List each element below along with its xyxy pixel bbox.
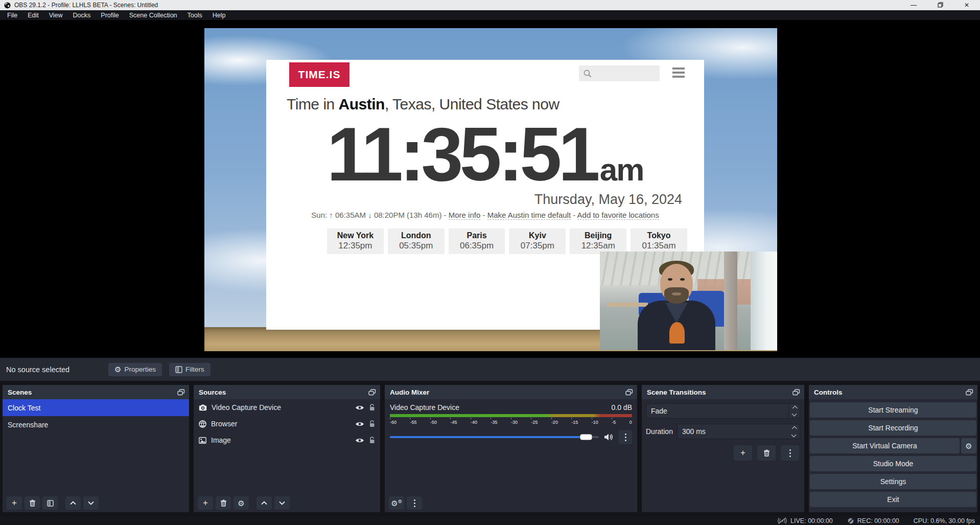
volume-slider[interactable] — [390, 436, 599, 438]
restore-button[interactable] — [936, 2, 944, 9]
hamburger-menu-icon[interactable] — [672, 67, 685, 78]
studio-mode-button[interactable]: Studio Mode — [810, 456, 976, 471]
clock-cell-paris[interactable]: Paris 06:35pm — [449, 229, 505, 254]
add-scene-button[interactable]: + — [7, 496, 22, 510]
visibility-eye-icon[interactable] — [355, 405, 364, 410]
chevron-down-icon — [279, 501, 285, 505]
meter-scale: -60-55-50-45-40-35-30-25-20-15-10-50 — [390, 420, 632, 425]
clock-cell-london[interactable]: London 05:35pm — [388, 229, 445, 254]
menu-scene-collection[interactable]: Scene Collection — [124, 10, 182, 20]
visibility-eye-icon[interactable] — [355, 438, 364, 443]
lock-open-icon[interactable] — [369, 404, 375, 411]
search-input[interactable] — [579, 65, 660, 81]
clock-cell-tokyo[interactable]: Tokyo 01:35am — [631, 229, 687, 254]
move-source-up-button[interactable] — [256, 496, 272, 510]
exit-button[interactable]: Exit — [810, 492, 976, 507]
mixer-body: Video Capture Device 0.0 dB -60-55-50-45… — [385, 399, 637, 494]
remove-source-button[interactable] — [216, 496, 231, 510]
clock-cell-newyork[interactable]: New York 12:35pm — [327, 229, 384, 254]
title-bar: OBS 29.1.2 - Profile: LLHLS BETA - Scene… — [0, 0, 980, 10]
source-list: Video Capture Device Browser — [194, 399, 380, 494]
select-spinner[interactable] — [788, 404, 800, 418]
popout-icon[interactable] — [625, 389, 633, 396]
volume-slider-handle[interactable] — [580, 435, 592, 440]
menu-profile[interactable]: Profile — [96, 10, 124, 20]
advanced-audio-button[interactable]: ⚙⚙ — [389, 496, 404, 510]
add-source-button[interactable]: + — [198, 496, 213, 510]
move-scene-down-button[interactable] — [83, 496, 99, 510]
popout-icon[interactable] — [966, 389, 973, 396]
source-row-video-capture[interactable]: Video Capture Device — [194, 399, 380, 416]
popout-icon[interactable] — [177, 389, 185, 396]
scenes-panel: Scenes Clock Test Screenshare + — [3, 385, 189, 512]
mixer-menu-button[interactable] — [407, 496, 422, 510]
preview-canvas[interactable]: TIME.IS Time in Austin, Texas, United St… — [0, 20, 980, 358]
settings-button[interactable]: Settings — [810, 474, 976, 489]
minimize-button[interactable]: — — [909, 2, 918, 8]
mixer-channel-menu-button[interactable] — [619, 430, 632, 444]
mixer-level-db: 0.0 dB — [612, 403, 632, 412]
current-date: Thursday, May 16, 2024 — [534, 192, 682, 208]
source-row-browser[interactable]: Browser — [194, 416, 380, 432]
source-row-image[interactable]: Image — [194, 432, 380, 448]
page-title: Time in Austin, Texas, United States now — [287, 96, 704, 113]
visibility-eye-icon[interactable] — [355, 421, 364, 427]
menu-view[interactable]: View — [44, 10, 68, 20]
source-properties-button[interactable]: ⚙ — [234, 496, 249, 510]
move-source-down-button[interactable] — [274, 496, 290, 510]
duration-input[interactable]: 300 ms — [677, 424, 800, 439]
filters-button[interactable]: Filters — [169, 363, 211, 376]
more-info-link[interactable]: More info — [449, 211, 481, 220]
add-favorite-link[interactable]: Add to favorite locations — [577, 211, 659, 220]
webcam-overlay — [600, 252, 777, 350]
controls-panel: Controls Start Streaming Start Recording… — [809, 385, 977, 512]
meridiem: am — [600, 152, 644, 187]
start-recording-button[interactable]: Start Recording — [810, 420, 976, 436]
status-bar: LIVE: 00:00:00 REC: 00:00:00 CPU: 0.6%, … — [0, 516, 980, 525]
close-button[interactable]: ✕ — [963, 2, 971, 8]
window-title: OBS 29.1.2 - Profile: LLHLS BETA - Scene… — [14, 2, 909, 9]
popout-icon[interactable] — [368, 389, 376, 396]
gear-icon: ⚙ — [238, 499, 244, 507]
clock-cell-beijing[interactable]: Beijing 12:35am — [570, 229, 626, 254]
transition-select[interactable]: Fade — [646, 403, 800, 419]
duration-spinner[interactable] — [787, 427, 800, 437]
scene-item-clock-test[interactable]: Clock Test — [3, 399, 189, 416]
record-inactive-icon — [847, 517, 854, 524]
popout-icon[interactable] — [792, 389, 800, 396]
menu-docks[interactable]: Docks — [68, 10, 96, 20]
scene-filters-button[interactable] — [42, 496, 58, 510]
trash-icon — [220, 499, 227, 507]
menu-edit[interactable]: Edit — [22, 10, 44, 20]
lock-open-icon[interactable] — [369, 420, 375, 427]
chevron-down-icon — [88, 501, 94, 505]
timeis-logo: TIME.IS — [289, 62, 349, 87]
scenes-toolbar: + — [3, 494, 189, 512]
remove-scene-button[interactable] — [25, 496, 40, 510]
controls-body: Start Streaming Start Recording Start Vi… — [809, 399, 977, 512]
scene-item-screenshare[interactable]: Screenshare — [3, 416, 189, 433]
clock-cell-kyiv[interactable]: Kyiv 07:35pm — [509, 229, 566, 254]
menu-help[interactable]: Help — [207, 10, 231, 20]
virtual-camera-config-button[interactable]: ⚙ — [961, 438, 976, 453]
menu-bar: File Edit View Docks Profile Scene Colle… — [0, 10, 980, 20]
menu-file[interactable]: File — [2, 10, 22, 20]
start-streaming-button[interactable]: Start Streaming — [810, 402, 976, 418]
kebab-icon — [789, 449, 791, 457]
move-scene-up-button[interactable] — [65, 496, 81, 510]
kebab-icon — [625, 433, 626, 441]
transition-properties-button[interactable] — [781, 445, 799, 461]
program-video: TIME.IS Time in Austin, Texas, United St… — [204, 28, 777, 351]
remove-transition-button[interactable] — [757, 445, 776, 461]
properties-button[interactable]: ⚙ Properties — [108, 363, 162, 376]
start-virtual-camera-button[interactable]: Start Virtual Camera — [810, 438, 960, 453]
kebab-icon — [414, 499, 415, 507]
restore-icon — [938, 2, 943, 8]
obs-logo-icon — [4, 2, 11, 9]
make-default-link[interactable]: Make Austin time default — [487, 211, 571, 220]
speaker-icon[interactable] — [604, 433, 614, 441]
menu-tools[interactable]: Tools — [182, 10, 207, 20]
sources-toolbar: + ⚙ — [194, 494, 380, 512]
add-transition-button[interactable]: + — [734, 445, 752, 461]
lock-open-icon[interactable] — [369, 437, 375, 444]
